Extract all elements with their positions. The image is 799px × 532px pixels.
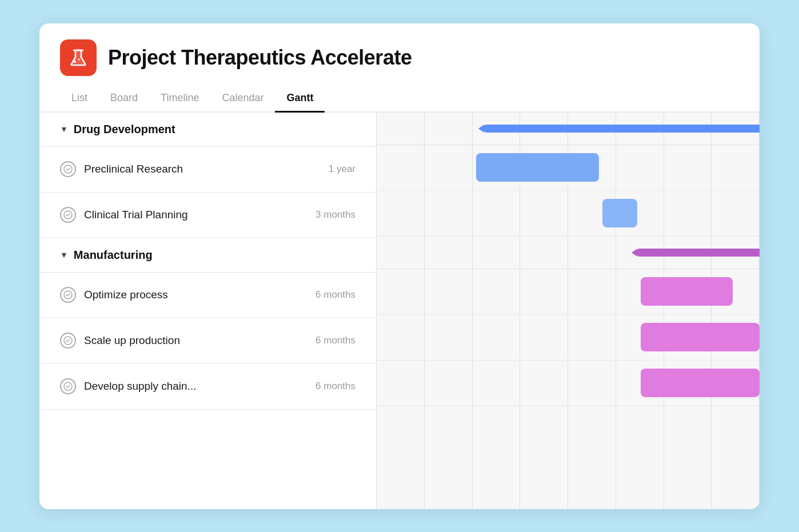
chevron-icon-drug: ▼ (60, 125, 68, 134)
gantt-col-7 (664, 113, 712, 509)
main-content: ▼ Drug Development Preclinical Research … (39, 113, 760, 509)
task-duration-supply-chain: 6 months (304, 381, 355, 392)
task-name-scale-up: Scale up production (84, 334, 296, 347)
gantt-col-3 (473, 113, 521, 509)
task-panel: ▼ Drug Development Preclinical Research … (39, 113, 377, 509)
task-name-supply-chain: Develop supply chain... (84, 380, 296, 393)
gantt-panel (377, 113, 760, 509)
task-row-preclinical[interactable]: Preclinical Research 1 year (39, 147, 376, 193)
tab-gantt[interactable]: Gantt (275, 86, 325, 113)
group-drug-development-label: Drug Development (74, 123, 175, 136)
gantt-col-4 (520, 113, 568, 509)
task-duration-preclinical: 1 year (304, 163, 355, 175)
chevron-icon-manufacturing: ▼ (60, 250, 68, 259)
check-preclinical (60, 161, 76, 177)
task-name-preclinical: Preclinical Research (84, 163, 296, 175)
task-duration-optimize: 6 months (304, 289, 355, 301)
tab-calendar[interactable]: Calendar (210, 86, 275, 113)
gantt-col-5 (568, 113, 616, 509)
task-row-clinical-trial[interactable]: Clinical Trial Planning 3 months (39, 193, 376, 238)
task-name-clinical-trial: Clinical Trial Planning (84, 209, 296, 221)
check-scale-up (60, 333, 76, 349)
tab-board[interactable]: Board (99, 86, 149, 113)
flask-icon (67, 47, 89, 69)
check-circle-icon-2 (63, 210, 73, 219)
check-optimize (60, 287, 76, 303)
gantt-grid (377, 113, 760, 509)
gantt-col-6 (616, 113, 664, 509)
check-circle-icon-5 (63, 382, 73, 391)
gantt-col-1 (377, 113, 425, 509)
gantt-col-8 (712, 113, 760, 509)
task-name-optimize: Optimize process (84, 289, 296, 301)
tab-list[interactable]: List (60, 86, 99, 113)
project-title: Project Therapeutics Accelerate (108, 46, 412, 70)
main-card: Project Therapeutics Accelerate List Boa… (39, 23, 760, 509)
header: Project Therapeutics Accelerate (39, 23, 760, 83)
group-manufacturing-label: Manufacturing (74, 249, 153, 262)
check-supply-chain (60, 378, 76, 394)
tab-timeline[interactable]: Timeline (149, 86, 210, 113)
task-row-optimize[interactable]: Optimize process 6 months (39, 273, 376, 318)
check-circle-icon (63, 165, 73, 174)
logo-box (60, 39, 97, 76)
task-row-scale-up[interactable]: Scale up production 6 months (39, 318, 376, 364)
nav-tabs: List Board Timeline Calendar Gantt (39, 86, 760, 113)
task-row-supply-chain[interactable]: Develop supply chain... 6 months (39, 364, 376, 410)
check-circle-icon-4 (63, 336, 73, 345)
group-manufacturing-header[interactable]: ▼ Manufacturing (39, 238, 376, 273)
task-duration-clinical-trial: 3 months (304, 209, 355, 221)
task-duration-scale-up: 6 months (304, 335, 355, 346)
gantt-col-2 (425, 113, 473, 509)
check-circle-icon-3 (63, 290, 73, 299)
group-drug-development-header[interactable]: ▼ Drug Development (39, 113, 376, 147)
check-clinical-trial (60, 207, 76, 223)
